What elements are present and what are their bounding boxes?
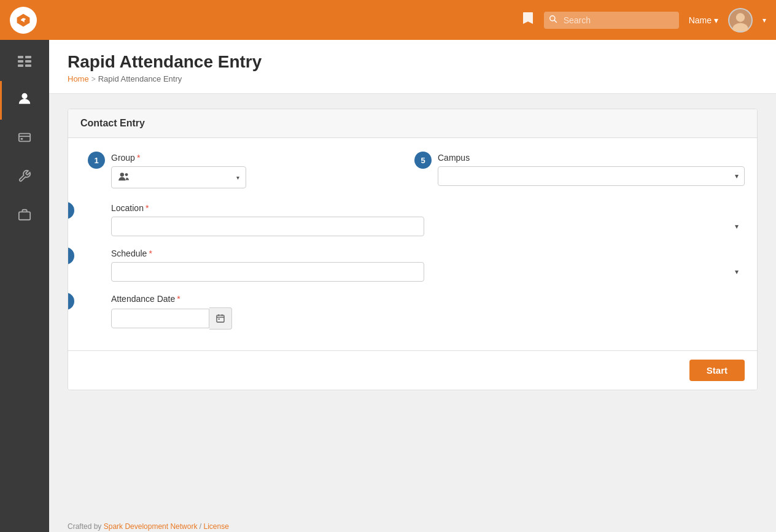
- date-input-wrap: [111, 307, 745, 330]
- footer-spark-link[interactable]: Spark Development Network: [104, 522, 198, 531]
- svg-rect-6: [18, 60, 23, 63]
- breadcrumb-home-link[interactable]: Home: [68, 74, 89, 83]
- person-icon: [18, 92, 31, 109]
- location-select-wrap: [111, 217, 745, 236]
- schedule-select[interactable]: [111, 262, 424, 282]
- svg-rect-10: [25, 64, 31, 67]
- svg-point-11: [21, 93, 27, 99]
- card-title: Contact Entry: [80, 118, 145, 128]
- content-area: Rapid Attendance Entry Home > Rapid Atte…: [49, 40, 776, 532]
- sidebar-item-people[interactable]: [0, 81, 49, 120]
- sidebar-item-tools[interactable]: [0, 158, 49, 197]
- content-body: Contact Entry 1 Group *: [49, 94, 776, 512]
- dashboard-icon: [18, 56, 31, 70]
- svg-point-17: [125, 173, 128, 176]
- schedule-field-group: Schedule *: [111, 249, 745, 282]
- svg-rect-18: [217, 315, 224, 322]
- user-name-dropdown[interactable]: Name ▾: [689, 15, 718, 25]
- svg-rect-22: [219, 318, 220, 320]
- contact-entry-card: Contact Entry 1 Group *: [68, 109, 758, 390]
- location-label: Location *: [111, 203, 745, 213]
- footer-license-link[interactable]: License: [203, 522, 228, 531]
- sidebar-item-dashboard[interactable]: [0, 45, 49, 81]
- step-badge-2: 2: [68, 202, 74, 219]
- main-layout: Rapid Attendance Entry Home > Rapid Atte…: [0, 40, 776, 532]
- step-badge-3: 3: [68, 247, 74, 264]
- group-select-arrow: ▾: [236, 174, 239, 181]
- campus-label: Campus: [438, 153, 745, 163]
- campus-select-wrap: [438, 166, 745, 186]
- start-button[interactable]: Start: [689, 360, 745, 381]
- svg-rect-15: [19, 212, 30, 220]
- svg-rect-5: [18, 56, 23, 58]
- svg-rect-8: [25, 56, 31, 58]
- group-people-icon: [118, 171, 130, 183]
- schedule-label: Schedule *: [111, 249, 745, 258]
- search-wrapper: [544, 12, 679, 29]
- svg-rect-7: [18, 64, 23, 67]
- breadcrumb: Home > Rapid Attendance Entry: [68, 74, 758, 83]
- breadcrumb-separator: >: [91, 75, 96, 83]
- footer-crafted-text: Crafted by: [68, 522, 104, 531]
- user-name-label: Name: [689, 15, 712, 25]
- location-field-group: Location *: [111, 203, 745, 236]
- sidebar-item-jobs[interactable]: [0, 197, 49, 236]
- svg-rect-9: [25, 60, 31, 63]
- svg-point-16: [120, 172, 124, 176]
- step-badge-1: 1: [88, 152, 105, 169]
- sidebar: [0, 40, 49, 532]
- top-nav-right: Name ▾ ▾: [522, 8, 766, 33]
- jobs-icon: [18, 208, 31, 225]
- top-navigation: Name ▾ ▾: [0, 0, 776, 40]
- attendance-date-input[interactable]: [111, 309, 209, 328]
- user-avatar[interactable]: [728, 8, 753, 33]
- tools-icon: [18, 169, 31, 186]
- attendance-date-required-star: *: [177, 294, 180, 304]
- group-label: Group *: [111, 153, 246, 163]
- campus-select[interactable]: [438, 166, 745, 186]
- group-select-button[interactable]: ▾: [111, 166, 246, 188]
- attendance-date-label: Attendance Date *: [111, 294, 745, 304]
- calendar-picker-button[interactable]: [209, 307, 232, 330]
- sidebar-item-finance[interactable]: [0, 120, 49, 158]
- card-body: 1 Group *: [68, 138, 757, 350]
- group-required-star: *: [137, 153, 140, 163]
- footer-separator: /: [197, 522, 203, 531]
- svg-point-3: [736, 13, 745, 21]
- search-input[interactable]: [544, 12, 679, 29]
- group-field-group: Group *: [111, 153, 246, 188]
- page-title: Rapid Attendance Entry: [68, 52, 758, 72]
- campus-field-group: Campus: [438, 153, 745, 186]
- finance-icon: [18, 131, 31, 147]
- location-required-star: *: [146, 203, 149, 213]
- step-badge-5: 5: [414, 152, 432, 169]
- page-header: Rapid Attendance Entry Home > Rapid Atte…: [49, 40, 776, 94]
- schedule-required-star: *: [149, 249, 152, 258]
- svg-rect-12: [19, 134, 30, 142]
- card-header: Contact Entry: [68, 109, 757, 138]
- avatar-chevron[interactable]: ▾: [762, 16, 766, 25]
- bookmark-icon[interactable]: [522, 11, 534, 29]
- page-footer: Crafted by Spark Development Network / L…: [49, 512, 776, 532]
- step-badge-4: 4: [68, 293, 74, 310]
- app-logo[interactable]: [10, 7, 37, 34]
- location-select[interactable]: [111, 217, 424, 236]
- breadcrumb-current: Rapid Attendance Entry: [98, 74, 182, 83]
- schedule-select-wrap: [111, 262, 745, 282]
- user-name-chevron: ▾: [714, 15, 718, 25]
- svg-rect-14: [21, 138, 23, 140]
- attendance-date-field-group: Attendance Date *: [111, 294, 745, 330]
- card-footer: Start: [68, 350, 757, 390]
